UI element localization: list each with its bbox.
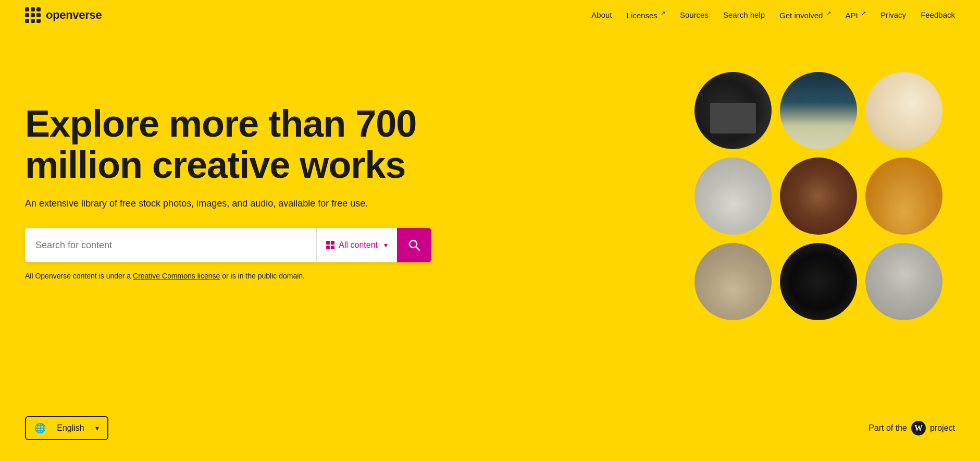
gallery-image-5[interactable] [780, 157, 857, 235]
search-button[interactable] [397, 228, 431, 262]
content-type-selector[interactable]: All content ▾ [316, 228, 397, 262]
main-content: Explore more than 700 million creative w… [0, 30, 980, 395]
external-link-icon: ↗ [661, 10, 665, 17]
logo[interactable]: openverse [25, 7, 102, 23]
content-type-label: All content [339, 240, 378, 250]
gallery-image-7[interactable] [694, 243, 772, 320]
navigation: openverse About Licenses ↗ Sources Searc… [0, 0, 980, 30]
wordpress-logo: W [911, 421, 926, 435]
cc-license-link[interactable]: Creative Commons license [133, 272, 220, 280]
logo-grid-icon [25, 7, 41, 23]
svg-line-1 [416, 247, 420, 251]
image-grid [694, 62, 955, 320]
nav-link-list: About Licenses ↗ Sources Search help Get… [591, 10, 955, 20]
gallery-image-9[interactable] [865, 243, 942, 320]
gallery-image-6[interactable] [865, 157, 942, 235]
language-label: English [51, 423, 90, 433]
nav-privacy[interactable]: Privacy [880, 10, 906, 19]
gallery-image-4[interactable] [694, 157, 772, 235]
logo-text: openverse [46, 8, 102, 22]
globe-icon: 🌐 [34, 422, 46, 434]
language-selector[interactable]: 🌐 English ▾ [25, 416, 108, 440]
license-note: All Openverse content is under a Creativ… [25, 272, 473, 280]
gallery-image-1[interactable] [694, 72, 772, 149]
gallery-image-8[interactable] [780, 243, 857, 320]
nav-api[interactable]: API ↗ [846, 11, 866, 20]
external-link-icon-2: ↗ [826, 10, 831, 17]
external-link-icon-3: ↗ [861, 10, 866, 17]
hero-title: Explore more than 700 million creative w… [25, 103, 473, 186]
wp-credit-suffix: project [930, 423, 955, 433]
footer: 🌐 English ▾ Part of the W project [0, 406, 980, 451]
hero-section: Explore more than 700 million creative w… [25, 62, 473, 280]
nav-about[interactable]: About [591, 10, 612, 19]
nav-sources[interactable]: Sources [680, 10, 709, 19]
search-input[interactable] [25, 228, 316, 262]
language-chevron-icon: ▾ [95, 424, 99, 432]
search-icon [408, 239, 420, 251]
gallery-image-3[interactable] [865, 72, 942, 149]
nav-get-involved[interactable]: Get involved ↗ [779, 11, 831, 20]
nav-feedback[interactable]: Feedback [921, 10, 955, 19]
search-bar: All content ▾ [25, 228, 431, 262]
gallery-image-2[interactable] [780, 72, 857, 149]
hero-subtitle: An extensive library of free stock photo… [25, 198, 473, 209]
chevron-down-icon: ▾ [384, 241, 388, 249]
nav-search-help[interactable]: Search help [723, 10, 765, 19]
content-type-icon [326, 241, 334, 249]
nav-licenses[interactable]: Licenses ↗ [627, 11, 665, 20]
wordpress-credit: Part of the W project [869, 421, 955, 435]
wp-credit-prefix: Part of the [869, 423, 907, 433]
